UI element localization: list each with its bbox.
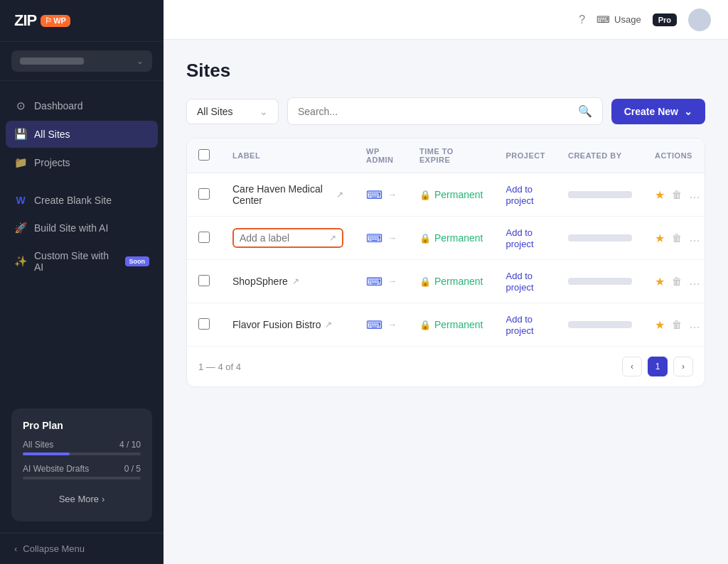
usage-label: Usage bbox=[614, 14, 641, 25]
time-badge: 🔒 Permanent bbox=[419, 319, 483, 330]
prev-page-button[interactable]: ‹ bbox=[622, 357, 642, 376]
favorite-icon[interactable]: ★ bbox=[655, 232, 665, 245]
soon-badge: Soon bbox=[125, 256, 150, 266]
delete-icon[interactable]: 🗑 bbox=[672, 232, 682, 244]
col-created-by: CREATED BY bbox=[557, 139, 643, 173]
favorite-icon[interactable]: ★ bbox=[655, 188, 665, 202]
chevron-left-icon: ‹ bbox=[14, 543, 17, 554]
arrow-icon[interactable]: → bbox=[388, 190, 397, 200]
search-input[interactable] bbox=[298, 106, 572, 117]
workspace-name-placeholder bbox=[20, 58, 84, 65]
sidebar-item-custom-ai[interactable]: ✨ Custom Site with AI Soon bbox=[6, 243, 158, 280]
delete-icon[interactable]: 🗑 bbox=[672, 319, 682, 330]
sites-icon: 💾 bbox=[14, 128, 27, 141]
select-all-checkbox[interactable] bbox=[198, 149, 210, 161]
wordpress-icon: ⌨ bbox=[366, 275, 382, 288]
lock-icon: 🔒 bbox=[419, 276, 431, 287]
create-new-button[interactable]: Create New ⌄ bbox=[611, 99, 705, 124]
filter-select[interactable]: All Sites ⌄ bbox=[186, 99, 279, 124]
add-to-project-button[interactable]: Add to project bbox=[505, 314, 533, 336]
topbar: ? ⌨ Usage Pro bbox=[164, 0, 728, 40]
user-avatar[interactable] bbox=[688, 9, 711, 31]
delete-icon[interactable]: 🗑 bbox=[672, 189, 682, 200]
time-value: Permanent bbox=[434, 319, 483, 330]
sidebar-item-projects[interactable]: 📁 Projects bbox=[6, 149, 158, 176]
actions-cell: ★ 🗑 … bbox=[655, 318, 700, 332]
all-sites-usage-label-row: All Sites 4 / 10 bbox=[23, 440, 141, 450]
col-wp-admin: WP ADMIN bbox=[355, 139, 408, 173]
arrow-icon[interactable]: → bbox=[388, 276, 397, 286]
page-content: Sites All Sites ⌄ 🔍 Create New ⌄ LABE bbox=[164, 40, 728, 564]
rocket-icon: 🚀 bbox=[14, 222, 27, 234]
page-title: Sites bbox=[186, 60, 705, 82]
sidebar-bottom: Pro Plan All Sites 4 / 10 AI Website Dra… bbox=[0, 397, 164, 533]
logo-wp-badge: ⚐ WP bbox=[41, 15, 70, 27]
arrow-icon[interactable]: → bbox=[388, 320, 397, 330]
help-icon[interactable]: ? bbox=[579, 13, 585, 26]
wp-admin-cell: ⌨ → bbox=[366, 275, 397, 288]
favorite-icon[interactable]: ★ bbox=[655, 318, 665, 332]
table-row: ShopSphere ↗ ⌨ → 🔒 bbox=[187, 260, 705, 303]
see-more-button[interactable]: See More › bbox=[23, 488, 141, 510]
sidebar-item-create-blank[interactable]: W Create Blank Site bbox=[6, 188, 158, 213]
search-icon: 🔍 bbox=[578, 104, 592, 118]
external-link-icon[interactable]: ↗ bbox=[325, 320, 332, 330]
time-value: Permanent bbox=[434, 276, 483, 287]
sidebar-item-label: Custom Site with AI bbox=[34, 250, 118, 273]
all-sites-usage-bar-bg bbox=[23, 452, 141, 455]
time-badge: 🔒 Permanent bbox=[419, 189, 483, 200]
site-label: Care Haven Medical Center ↗ bbox=[232, 183, 343, 206]
col-project: PROJECT bbox=[494, 139, 556, 173]
collapse-menu-button[interactable]: ‹ Collapse Menu bbox=[0, 533, 164, 564]
all-sites-usage-label: All Sites bbox=[23, 440, 53, 450]
delete-icon[interactable]: 🗑 bbox=[672, 276, 682, 287]
time-value: Permanent bbox=[434, 232, 483, 244]
row-checkbox[interactable] bbox=[198, 318, 210, 330]
time-value: Permanent bbox=[434, 189, 483, 200]
sidebar-item-dashboard[interactable]: ⊙ Dashboard bbox=[6, 92, 158, 119]
chevron-down-icon: ⌄ bbox=[684, 106, 692, 117]
favorite-icon[interactable]: ★ bbox=[655, 275, 665, 288]
sidebar-item-build-ai[interactable]: 🚀 Build Site with AI bbox=[6, 215, 158, 242]
more-options-icon[interactable]: … bbox=[689, 318, 700, 331]
add-to-project-button[interactable]: Add to project bbox=[505, 271, 533, 293]
workspace-selector[interactable]: ⌄ bbox=[11, 50, 152, 72]
sidebar-item-all-sites[interactable]: 💾 All Sites bbox=[6, 121, 158, 148]
lock-icon: 🔒 bbox=[419, 233, 431, 244]
site-label: ShopSphere ↗ bbox=[232, 276, 343, 287]
row-checkbox[interactable] bbox=[198, 188, 210, 200]
more-options-icon[interactable]: … bbox=[689, 232, 700, 244]
label-input-wrapper: ↗ bbox=[232, 228, 343, 248]
created-by-placeholder bbox=[568, 278, 632, 285]
external-link-icon[interactable]: ↗ bbox=[336, 190, 343, 200]
more-options-icon[interactable]: … bbox=[689, 275, 700, 288]
sidebar-item-label: Build Site with AI bbox=[34, 222, 108, 234]
site-name: Care Haven Medical Center bbox=[232, 183, 332, 206]
row-checkbox[interactable] bbox=[198, 232, 210, 243]
wordpress-icon: ⌨ bbox=[366, 188, 382, 202]
external-link-icon[interactable]: ↗ bbox=[329, 233, 336, 243]
add-to-project-button[interactable]: Add to project bbox=[505, 184, 533, 206]
col-actions: ACTIONS bbox=[643, 139, 705, 173]
arrow-icon[interactable]: → bbox=[388, 233, 397, 243]
pro-plan-card: Pro Plan All Sites 4 / 10 AI Website Dra… bbox=[11, 408, 152, 521]
ai-drafts-usage-bar-bg bbox=[23, 477, 141, 479]
label-input[interactable] bbox=[240, 232, 325, 244]
time-badge: 🔒 Permanent bbox=[419, 276, 483, 287]
external-link-icon[interactable]: ↗ bbox=[292, 276, 299, 286]
next-page-button[interactable]: › bbox=[673, 357, 693, 376]
time-badge: 🔒 Permanent bbox=[419, 232, 483, 244]
more-options-icon[interactable]: … bbox=[689, 188, 700, 201]
site-label: Flavor Fusion Bistro ↗ bbox=[232, 319, 343, 330]
chevron-down-icon: ⌄ bbox=[136, 56, 144, 66]
row-checkbox[interactable] bbox=[198, 275, 210, 286]
collapse-menu-label: Collapse Menu bbox=[23, 543, 85, 554]
usage-button[interactable]: ⌨ Usage bbox=[596, 14, 641, 25]
logo-text: ZIP bbox=[14, 11, 36, 30]
page-1-button[interactable]: 1 bbox=[648, 357, 668, 376]
sidebar-item-label: Dashboard bbox=[34, 100, 83, 112]
projects-icon: 📁 bbox=[14, 156, 27, 169]
wp-admin-cell: ⌨ → bbox=[366, 318, 397, 332]
add-to-project-button[interactable]: Add to project bbox=[505, 227, 533, 249]
created-by-placeholder bbox=[568, 234, 632, 242]
